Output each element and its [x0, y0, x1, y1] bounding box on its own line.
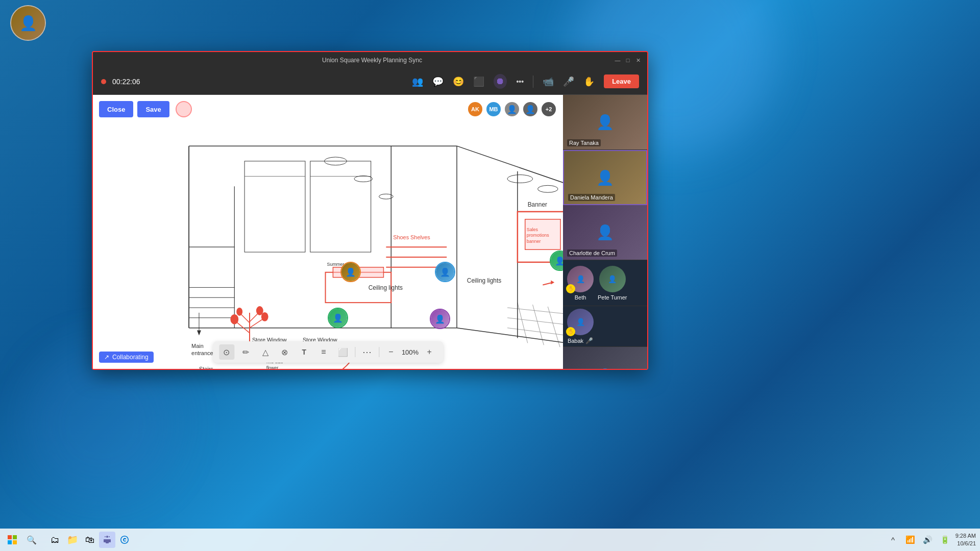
svg-point-41 — [236, 308, 242, 316]
bottom-person-video: 👤 — [563, 347, 647, 369]
close-button[interactable]: ✕ — [635, 57, 641, 63]
meeting-timer: 00:22:06 — [112, 78, 140, 86]
taskbar-date-display: 10/6/21 — [955, 540, 976, 547]
cursor-person-3: 👤 — [328, 308, 348, 328]
svg-point-20 — [537, 185, 558, 192]
svg-line-47 — [507, 318, 563, 329]
video-tile-ray-tanaka: 👤 Ray Tanaka — [563, 95, 647, 150]
ray-tanaka-name: Ray Tanaka — [567, 139, 601, 146]
mic-icon[interactable]: 🎤 — [563, 76, 574, 87]
pen-tool[interactable]: ✏ — [238, 344, 254, 360]
taskbar-app-store[interactable]: 🛍 — [82, 532, 98, 548]
cursor-person-1: 👤 — [340, 262, 361, 282]
participant-avatar-ak: AK — [467, 101, 483, 117]
whiteboard-area[interactable]: Close Save AK MB 👤 👤 +2 — [93, 95, 563, 369]
daniela-name: Daniela Mandera — [568, 194, 615, 201]
taskbar-battery-icon[interactable]: 🔋 — [938, 533, 952, 547]
taskbar-app-edge[interactable] — [116, 532, 133, 548]
svg-rect-78 — [8, 540, 12, 544]
svg-rect-9 — [244, 161, 305, 252]
record-icon[interactable]: ⏺ — [494, 74, 507, 89]
participant-babak: 👤 ✋ Babak 🎤 — [567, 309, 594, 344]
toolbar-divider-2 — [379, 347, 379, 357]
taskbar-system-icons: ^ 📶 🔊 🔋 9:28 AM 10/6/21 — [886, 532, 976, 548]
people-icon[interactable]: 👥 — [412, 76, 423, 87]
shape-tool[interactable]: △ — [258, 344, 273, 360]
emoji-icon[interactable]: 😊 — [453, 76, 464, 87]
video-tile-daniela: 👤 Daniela Mandera — [563, 150, 647, 205]
participant-avatar-mb: MB — [485, 101, 502, 117]
taskbar-chevron[interactable]: ^ — [886, 533, 900, 547]
svg-rect-76 — [8, 535, 12, 539]
collaborating-badge: ↗ Collaborating — [99, 352, 154, 363]
zoom-level: 100% — [402, 348, 419, 356]
svg-point-17 — [354, 176, 373, 182]
svg-rect-77 — [13, 535, 17, 539]
taskbar: 🔍 🗂 📁 🛍 ^ 📶 🔊 🔋 9:28 AM 10/6/21 — [0, 529, 980, 551]
svg-text:banner: banner — [527, 239, 541, 244]
main-content: Close Save AK MB 👤 👤 +2 — [93, 95, 647, 369]
taskbar-search-button[interactable]: 🔍 — [22, 532, 41, 548]
taskbar-volume-icon[interactable]: 🔊 — [921, 533, 935, 547]
taskbar-wifi-icon[interactable]: 📶 — [903, 533, 918, 547]
babak-name: Babak — [568, 338, 583, 344]
svg-text:promotions: promotions — [527, 233, 550, 238]
participant-avatar-3: 👤 — [504, 101, 520, 117]
charlotte-name: Charlotte de Crum — [567, 249, 617, 257]
leave-button[interactable]: Leave — [604, 74, 639, 88]
zoom-out-button[interactable]: − — [383, 344, 399, 360]
whiteboard-participants: AK MB 👤 👤 +2 — [467, 101, 557, 117]
video-tile-bottom: 👤 — [563, 347, 647, 369]
whiteboard-top-bar: Close Save — [99, 101, 192, 117]
connector-tool[interactable]: ⊗ — [277, 344, 292, 360]
svg-marker-45 — [551, 281, 554, 285]
camera-icon[interactable]: 📹 — [543, 76, 554, 87]
collab-label: Collaborating — [112, 354, 149, 361]
svg-rect-79 — [13, 540, 17, 544]
svg-text:Banner: Banner — [528, 201, 547, 208]
text-tool[interactable]: T — [297, 344, 312, 360]
svg-marker-26 — [197, 331, 201, 336]
start-button[interactable] — [4, 532, 20, 548]
taskbar-app-teams[interactable] — [99, 532, 115, 548]
select-tool[interactable]: ⊙ — [219, 344, 234, 360]
participant-row-beth-pete: 👤 ✋ Beth 👤 Pete Turner — [563, 260, 647, 306]
chat-icon[interactable]: 💬 — [432, 76, 444, 87]
taskbar-app-explorer[interactable]: 📁 — [64, 532, 81, 548]
teams-window: Union Square Weekly Planning Sync — □ ✕ … — [92, 51, 648, 370]
participant-row-babak: 👤 ✋ Babak 🎤 — [563, 306, 647, 347]
participant-pete: 👤 Pete Turner — [598, 266, 627, 300]
zoom-in-button[interactable]: + — [422, 344, 437, 360]
format-tool[interactable]: ≡ — [316, 344, 331, 360]
hand-raise-icon[interactable]: ✋ — [583, 76, 595, 87]
toolbar-icons: 👥 💬 😊 ⬛ ⏺ ••• 📹 🎤 ✋ Leave — [412, 74, 639, 89]
taskbar-app-widgets[interactable]: 🗂 — [47, 532, 63, 548]
meeting-toolbar: 00:22:06 👥 💬 😊 ⬛ ⏺ ••• 📹 🎤 ✋ Leave — [93, 68, 647, 95]
taskbar-apps: 🗂 📁 🛍 — [47, 532, 133, 548]
taskbar-datetime: 9:28 AM 10/6/21 — [955, 532, 976, 548]
desktop-user-avatar: 👤 — [10, 5, 46, 41]
cursor-person-2: 👤 — [435, 262, 455, 282]
svg-point-19 — [507, 175, 533, 183]
more-shape-tool[interactable]: ⬜ — [335, 344, 351, 360]
more-options-tool[interactable]: ⋯ — [359, 344, 375, 360]
participant-avatar-4: 👤 — [522, 101, 538, 117]
window-controls: — □ ✕ — [615, 57, 641, 63]
svg-line-46 — [507, 308, 563, 318]
more-icon[interactable]: ••• — [516, 78, 524, 86]
participant-more-count: +2 — [541, 101, 557, 117]
share-icon[interactable]: ⬛ — [473, 76, 484, 87]
svg-text:entrance: entrance — [191, 350, 213, 356]
collab-icon: ↗ — [104, 354, 109, 361]
minimize-button[interactable]: — — [615, 57, 621, 63]
svg-text:Shoes Shelves: Shoes Shelves — [393, 234, 430, 240]
svg-text:Ceiling lights: Ceiling lights — [369, 284, 403, 291]
cursor-person-4: 👤 — [430, 309, 450, 329]
svg-point-39 — [230, 314, 238, 324]
whiteboard-toolbar: ⊙ ✏ △ ⊗ T ≡ ⬜ ⋯ − 100% + — [213, 341, 443, 363]
babak-mic-icon: 🎤 — [585, 337, 593, 344]
whiteboard-save-button[interactable]: Save — [137, 101, 169, 117]
svg-text:Sales: Sales — [527, 227, 538, 232]
whiteboard-close-button[interactable]: Close — [99, 101, 133, 117]
maximize-button[interactable]: □ — [625, 57, 631, 63]
